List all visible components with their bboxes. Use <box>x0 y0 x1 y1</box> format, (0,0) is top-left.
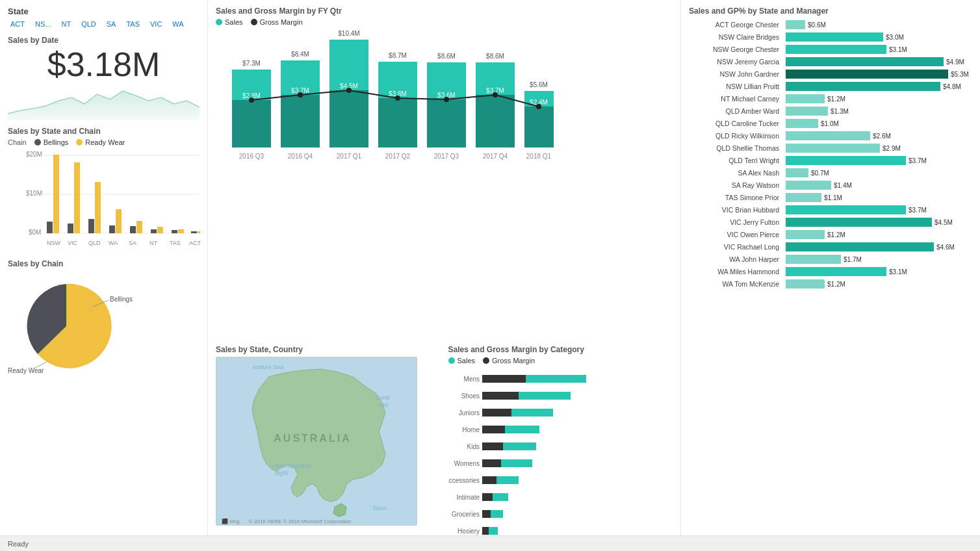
manager-bar <box>786 218 932 227</box>
state-filter-item-qld[interactable]: QLD <box>79 19 99 29</box>
middle-column: Sales and Gross Margin by FY Qtr Sales G… <box>208 0 681 551</box>
svg-text:Bellings: Bellings <box>110 296 133 303</box>
manager-row: VIC Jerry Fulton$4.5M <box>689 217 972 227</box>
svg-text:2017 Q4: 2017 Q4 <box>483 153 508 160</box>
manager-bar-container: $1.0M <box>786 118 972 129</box>
manager-value: $0.7M <box>811 170 829 177</box>
map-section: Sales by State, Country Arafura Sea Cora… <box>216 345 441 545</box>
manager-name: NSW Lillian Pruitt <box>689 83 783 90</box>
svg-text:Kids: Kids <box>467 443 479 450</box>
manager-row: QLD Caroline Tucker$1.0M <box>689 118 972 129</box>
manager-bar <box>786 32 883 42</box>
fy-sales-legend: Sales <box>216 18 243 26</box>
manager-name: VIC Rachael Long <box>689 243 783 251</box>
manager-name: TAS Simone Prior <box>689 194 783 201</box>
manager-bar <box>786 181 831 190</box>
map-svg: Arafura Sea Coral Sea Great Australian B… <box>216 357 417 526</box>
manager-row: SA Alex Nash$0.7M <box>689 168 972 178</box>
svg-rect-44 <box>378 98 417 147</box>
state-filter-item-tas[interactable]: TAS <box>123 19 142 29</box>
svg-rect-18 <box>172 230 177 233</box>
svg-rect-6 <box>47 222 53 233</box>
manager-bar <box>786 144 880 153</box>
manager-row: VIC Owen Pierce$1.2M <box>689 229 972 240</box>
fy-chart-section: Sales and Gross Margin by FY Qtr Sales G… <box>216 6 673 173</box>
svg-point-66 <box>444 97 449 102</box>
svg-rect-21 <box>198 231 200 233</box>
status-ready: Ready <box>8 540 29 548</box>
manager-bar-container: $3.1M <box>786 44 972 55</box>
fy-legend: Sales Gross Margin <box>216 18 673 26</box>
manager-value: $1.4M <box>834 182 852 189</box>
manager-value: $1.2M <box>827 231 845 238</box>
manager-row: NSW Lillian Pruitt$4.8M <box>689 81 972 92</box>
manager-name: ACT George Chester <box>689 21 783 29</box>
manager-name: NSW Jeremy Garcia <box>689 58 783 66</box>
manager-value: $3.1M <box>889 46 907 53</box>
cat-sales-dot <box>448 357 455 364</box>
australia-map: Arafura Sea Coral Sea Great Australian B… <box>216 357 417 526</box>
svg-rect-41 <box>232 100 271 147</box>
svg-text:Tasm: Tasm <box>372 505 387 511</box>
manager-value: $5.3M <box>951 71 969 78</box>
svg-text:NT: NT <box>149 240 157 246</box>
svg-text:AUSTRALIA: AUSTRALIA <box>274 433 351 444</box>
svg-text:Accessories: Accessories <box>448 477 480 484</box>
state-filter-item-vic[interactable]: VIC <box>148 19 164 29</box>
manager-bar-container: $1.3M <box>786 106 972 116</box>
right-column: Sales and GP% by State and Manager ACT G… <box>681 0 980 551</box>
manager-bar <box>786 193 821 202</box>
svg-text:ACT: ACT <box>189 240 201 246</box>
manager-value: $2.9M <box>883 145 901 152</box>
state-filter-item-sa[interactable]: SA <box>104 19 119 29</box>
manager-bar <box>786 168 808 177</box>
readywear-dot <box>76 139 83 146</box>
svg-text:QLD: QLD <box>88 240 101 246</box>
svg-rect-45 <box>427 99 466 147</box>
manager-bar <box>786 57 944 66</box>
svg-text:© 2016 HERE  © 2016 Microsoft : © 2016 HERE © 2016 Microsoft Corporation <box>249 519 351 524</box>
svg-text:NSW: NSW <box>47 240 61 246</box>
manager-value: $2.6M <box>873 133 891 140</box>
manager-row: QLD Ricky Wilkinson$2.6M <box>689 131 972 141</box>
svg-rect-112 <box>482 510 491 518</box>
svg-rect-106 <box>482 476 496 484</box>
svg-text:Arafura Sea: Arafura Sea <box>251 364 283 370</box>
manager-name: VIC Owen Pierce <box>689 231 783 238</box>
state-filter-item-wa[interactable]: WA <box>170 19 186 29</box>
svg-rect-15 <box>136 221 142 233</box>
svg-rect-115 <box>482 527 489 535</box>
manager-bar-container: $1.2M <box>786 229 972 240</box>
manager-bar <box>786 131 870 140</box>
manager-bar <box>786 94 825 103</box>
state-filter-items: ACTNS...NTQLDSATASVICWA <box>8 19 200 29</box>
category-chart-section: Sales and Gross Margin by Category Sales… <box>448 345 673 545</box>
sales-by-chain-section: Sales by Chain Bellings Ready Wear <box>8 259 200 375</box>
manager-bar-container: $2.9M <box>786 143 972 153</box>
state-filter-item-nt[interactable]: NT <box>58 19 73 29</box>
manager-row: VIC Rachael Long$4.6M <box>689 242 972 252</box>
state-filter-item-act[interactable]: ACT <box>8 19 27 29</box>
manager-name: NSW John Gardner <box>689 70 783 78</box>
manager-value: $1.7M <box>844 256 862 263</box>
cat-gm-legend: Gross Margin <box>483 357 535 365</box>
svg-rect-91 <box>482 392 519 400</box>
manager-name: QLD Ricky Wilkinson <box>689 132 783 140</box>
state-filter-item-ns...[interactable]: NS... <box>32 19 53 29</box>
svg-rect-100 <box>482 442 503 450</box>
manager-bar <box>786 82 940 91</box>
fy-gm-legend: Gross Margin <box>251 18 303 26</box>
svg-text:SA: SA <box>129 240 136 246</box>
manager-value: $3.1M <box>889 268 907 276</box>
fy-chart-svg: $7.3M $8.4M $10.4M $8.7M $8.6M $8.6M $5.… <box>216 29 554 172</box>
manager-bar <box>786 230 825 239</box>
pie-svg: Bellings Ready Wear <box>8 271 138 375</box>
svg-rect-17 <box>157 227 163 233</box>
svg-text:$5.6M: $5.6M <box>530 81 548 88</box>
manager-row: SA Ray Watson$1.4M <box>689 180 972 190</box>
cat-gm-label: Gross Margin <box>492 357 535 365</box>
svg-text:2017 Q2: 2017 Q2 <box>385 153 411 160</box>
svg-rect-13 <box>116 209 122 233</box>
svg-text:2018 Q1: 2018 Q1 <box>526 153 552 160</box>
svg-rect-42 <box>281 95 320 147</box>
